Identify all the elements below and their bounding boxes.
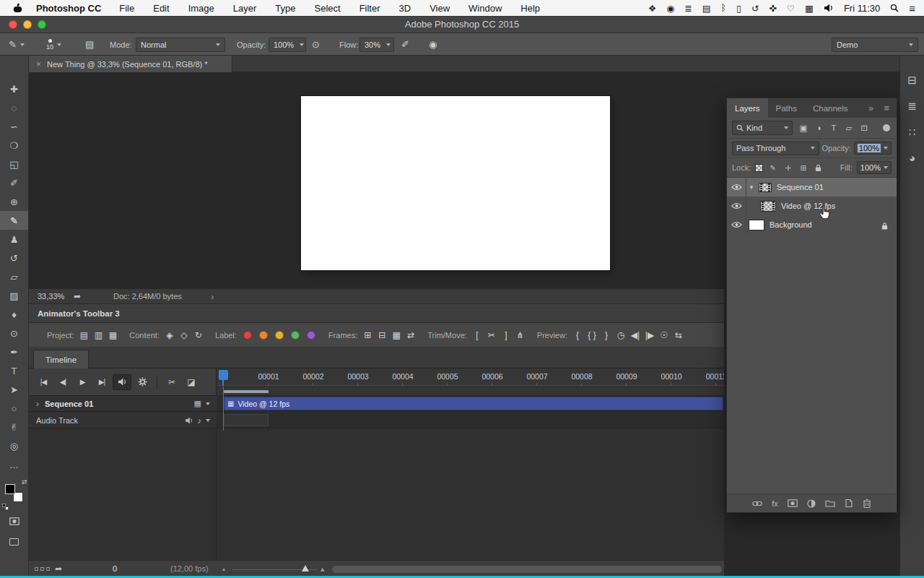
brush-tool[interactable]: ✎ [0,211,28,230]
pressure-opacity-icon[interactable]: ⊙ [312,39,320,50]
animators-toolbar-header[interactable]: Animator's Toolbar 3 [29,304,724,323]
stacks-icon[interactable]: ≣ [684,3,692,14]
label-yellow-button[interactable] [275,331,284,340]
healing-brush-tool[interactable]: ⊕ [0,192,28,211]
menu-file[interactable]: File [110,3,144,14]
audio-track-header[interactable]: Audio Track ♪ [29,413,217,428]
split-at-playhead-button[interactable]: ✂ [163,374,180,390]
layer-thumbnail[interactable] [749,220,764,230]
menu-layer[interactable]: Layer [224,3,266,14]
playhead[interactable] [219,370,228,380]
trim-start-icon[interactable]: [ [470,327,484,343]
foreground-color-swatch[interactable] [5,484,15,494]
label-purple-button[interactable] [307,331,315,340]
hand-tool[interactable]: ✌ [0,418,28,436]
volume-icon[interactable] [824,4,834,12]
dots-grid-icon[interactable]: ∷ [909,126,916,138]
speaker-icon[interactable] [185,417,193,424]
edit-toolbar-icon[interactable]: … [0,455,28,474]
screen-mode-button[interactable] [9,538,19,545]
frames-grid-icon[interactable]: ▦ [389,327,404,343]
layer-name[interactable]: Sequence 01 [777,183,824,191]
collapse-panel-icon[interactable]: » [868,98,873,118]
filter-adjustment-icon[interactable]: ◑ [811,121,826,135]
panel-menu-icon[interactable]: ≡ [884,98,889,118]
layer-filter-toggle[interactable] [883,124,890,131]
audio-region[interactable] [224,414,269,426]
adjustment-layer-icon[interactable] [807,499,816,508]
bulb-icon[interactable]: ☉ [657,327,671,343]
menu-3d[interactable]: 3D [390,3,421,14]
work-area-chip[interactable] [224,390,269,393]
quick-selection-tool[interactable]: ❍ [0,136,28,155]
step-back-icon[interactable]: ◀| [628,327,642,343]
mute-audio-button[interactable] [113,374,131,390]
apple-menu-icon[interactable] [13,3,22,14]
canvas[interactable] [301,96,610,270]
quick-mask-button[interactable] [9,517,19,525]
workspace-select[interactable]: Demo [832,38,918,52]
tab-layers[interactable]: Layers [727,98,768,118]
status-menu-chevron-icon[interactable]: › [211,289,214,303]
play-button[interactable]: ▶ [74,374,91,390]
shuffle-icon[interactable]: ⇆ [671,327,686,343]
scissors-icon[interactable]: ✂ [484,327,499,343]
layer-row[interactable]: ▾ Sequence 01 [727,178,897,197]
frames-view-icon[interactable]: ▦ [194,399,201,408]
trim-end-icon[interactable]: ] [499,327,513,343]
type-tool[interactable]: T [0,361,28,380]
label-green-button[interactable] [291,331,300,340]
brush-preset-picker[interactable]: 10 [46,33,61,56]
brace-start-icon[interactable]: { [570,327,585,343]
opacity-select[interactable]: 100% [269,38,306,52]
film-document-icon[interactable]: ▦ [105,327,120,343]
music-note-icon[interactable]: ♪ [198,416,202,425]
brace-pair-icon[interactable]: { } [585,327,599,343]
refresh-icon[interactable]: ↻ [191,327,206,343]
brush-panel-toggle-icon[interactable]: ▤ [85,33,94,56]
layer-thumbnail[interactable] [760,201,776,212]
active-tool-preview[interactable]: ✎ [9,33,25,56]
document-tab[interactable]: × New Thing @ 33,3% (Sequence 01, RGB/8)… [29,56,232,72]
bluetooth-icon[interactable]: ᛒ [720,3,726,14]
zoom-level-field[interactable]: 33,33% [38,289,64,303]
group-disclosure-icon[interactable]: ▾ [746,184,757,191]
filter-pixel-icon[interactable]: ▣ [796,121,811,135]
tab-paths[interactable]: Paths [768,98,805,118]
menu-view[interactable]: View [420,3,459,14]
tab-channels[interactable]: Channels [805,98,856,118]
layer-style-button[interactable]: fx [772,499,778,508]
aperture-icon[interactable]: ◉ [666,3,674,14]
lock-transparency-icon[interactable] [755,164,763,172]
layer-name[interactable]: Background [770,220,812,229]
layer-opacity-select[interactable]: 100% [854,142,892,155]
frame-animation-icon[interactable] [35,567,50,571]
lock-position-icon[interactable]: ✛ [783,163,793,173]
video-track-header[interactable]: › Sequence 01 ▦ [29,396,217,412]
zoom-out-frames-icon[interactable]: ▴ [222,566,225,572]
link-layers-icon[interactable] [752,501,762,506]
dropbox-icon[interactable]: ❖ [648,3,656,14]
new-document-icon[interactable]: ▤ [77,327,91,343]
timer-icon[interactable]: ◷ [614,327,628,343]
filter-shape-icon[interactable]: ▱ [842,121,856,135]
split-icon[interactable]: ⋔ [513,327,528,343]
track-disclosure-icon[interactable]: › [36,399,39,409]
double-panel-icon[interactable]: ⊟ [907,74,917,86]
previous-frame-button[interactable]: ◀| [54,374,71,390]
eyedropper-tool[interactable]: ✐ [0,173,28,192]
sphere-icon[interactable]: ◕ [909,152,915,164]
blur-tool[interactable]: ♦ [0,305,28,324]
layer-opacity-value[interactable]: 100% [858,144,881,152]
chevron-down-icon[interactable] [206,419,210,422]
ellipse-tool[interactable]: ○ [0,399,28,418]
pen-tool[interactable]: ✒ [0,342,28,361]
pressure-size-icon[interactable]: ◉ [429,39,437,50]
blend-mode-select[interactable]: Normal [136,38,225,52]
delete-layer-icon[interactable] [863,499,871,508]
menu-filter[interactable]: Filter [350,3,390,14]
layer-visibility-toggle[interactable] [727,178,746,197]
zoom-in-frames-icon[interactable]: ▴ [321,564,325,574]
new-layer-icon[interactable] [845,499,853,508]
move-tool[interactable]: ✚ [0,79,28,98]
